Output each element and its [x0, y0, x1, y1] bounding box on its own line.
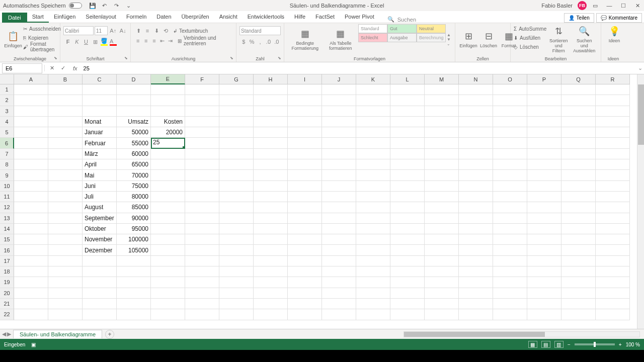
cell-M16[interactable] — [425, 245, 459, 255]
cell-K10[interactable] — [356, 181, 390, 192]
cell-K13[interactable] — [356, 213, 390, 224]
cell-L12[interactable] — [390, 202, 425, 213]
cell-O4[interactable] — [493, 117, 527, 127]
border-button[interactable]: ⊞ — [91, 37, 100, 46]
cell-P9[interactable] — [527, 170, 561, 180]
cell-D13[interactable]: 90000 — [117, 213, 151, 224]
cell-M11[interactable] — [425, 192, 459, 202]
file-tab[interactable]: Datei — [2, 13, 27, 23]
cell-H2[interactable] — [254, 95, 288, 106]
cell-H6[interactable] — [254, 138, 288, 148]
cell-O7[interactable] — [493, 149, 527, 159]
cell-F4[interactable] — [185, 117, 219, 127]
merge-button[interactable]: ⊞ Verbinden und zentrieren — [178, 36, 233, 45]
cell-C21[interactable] — [83, 299, 117, 309]
normal-view-icon[interactable]: ▦ — [528, 341, 537, 348]
cell-N16[interactable] — [459, 245, 493, 255]
cell-G9[interactable] — [219, 170, 254, 180]
cell-D12[interactable]: 85000 — [117, 202, 151, 213]
align-center-icon[interactable]: ≡ — [142, 36, 150, 45]
cell-K19[interactable] — [356, 277, 390, 288]
cell-P19[interactable] — [527, 277, 561, 288]
decrease-decimal-icon[interactable]: .0 — [273, 37, 281, 46]
find-select-button[interactable]: 🔍Suchen und Auswählen — [571, 24, 598, 54]
cell-A7[interactable] — [14, 149, 48, 159]
cell-H17[interactable] — [254, 256, 288, 266]
cell-F12[interactable] — [185, 202, 219, 213]
cell-A8[interactable] — [14, 159, 48, 170]
sheet-nav-next-icon[interactable]: ▶ — [7, 331, 11, 337]
cell-M20[interactable] — [425, 288, 459, 299]
cell-I19[interactable] — [288, 277, 322, 288]
row-header[interactable]: 14 — [0, 224, 14, 234]
cell-I14[interactable] — [288, 224, 322, 234]
cell-A10[interactable] — [14, 181, 48, 192]
cell-B1[interactable] — [48, 84, 83, 95]
cell-L20[interactable] — [390, 288, 425, 299]
row-header[interactable]: 13 — [0, 213, 14, 224]
cell-O16[interactable] — [493, 245, 527, 255]
cell-R5[interactable] — [596, 127, 630, 138]
cell-I5[interactable] — [288, 127, 322, 138]
tab-factset[interactable]: FactSet — [310, 12, 340, 23]
cell-K17[interactable] — [356, 256, 390, 266]
cell-O6[interactable] — [493, 138, 527, 148]
cell-H16[interactable] — [254, 245, 288, 255]
cell-L6[interactable] — [390, 138, 425, 148]
align-left-icon[interactable]: ≡ — [134, 36, 142, 45]
cell-Q2[interactable] — [561, 95, 596, 106]
cell-G20[interactable] — [219, 288, 254, 299]
cell-P3[interactable] — [527, 106, 561, 117]
tab-formeln[interactable]: Formeln — [121, 12, 151, 23]
confirm-edit-icon[interactable]: ✓ — [59, 65, 67, 71]
fx-icon[interactable]: fx — [70, 65, 80, 71]
cell-E10[interactable] — [151, 181, 185, 192]
column-header[interactable]: A — [14, 74, 48, 84]
indent-dec-icon[interactable]: ⇤ — [158, 36, 167, 45]
cell-E19[interactable] — [151, 277, 185, 288]
cell-G5[interactable] — [219, 127, 254, 138]
cell-J19[interactable] — [322, 277, 356, 288]
cell-H1[interactable] — [254, 84, 288, 95]
cell-N2[interactable] — [459, 95, 493, 106]
cell-N5[interactable] — [459, 127, 493, 138]
cell-Q9[interactable] — [561, 170, 596, 180]
cell-C13[interactable]: September — [83, 213, 117, 224]
cell-K8[interactable] — [356, 159, 390, 170]
conditional-formatting-button[interactable]: ▦ Bedingte Formatierung — [287, 24, 323, 54]
cell-H7[interactable] — [254, 149, 288, 159]
cell-M21[interactable] — [425, 299, 459, 309]
cell-I21[interactable] — [288, 299, 322, 309]
cell-R7[interactable] — [596, 149, 630, 159]
row-header[interactable]: 3 — [0, 106, 14, 117]
cell-I1[interactable] — [288, 84, 322, 95]
cell-N4[interactable] — [459, 117, 493, 127]
column-header[interactable]: O — [493, 74, 527, 84]
cell-I13[interactable] — [288, 213, 322, 224]
cell-L5[interactable] — [390, 127, 425, 138]
cell-E18[interactable] — [151, 266, 185, 277]
cell-F1[interactable] — [185, 84, 219, 95]
cell-A14[interactable] — [14, 224, 48, 234]
cell-P1[interactable] — [527, 84, 561, 95]
zoom-in-icon[interactable]: + — [619, 342, 622, 347]
cell-J13[interactable] — [322, 213, 356, 224]
cell-L4[interactable] — [390, 117, 425, 127]
bold-button[interactable]: F — [63, 37, 72, 46]
zoom-level[interactable]: 100 % — [626, 342, 640, 347]
cell-J2[interactable] — [322, 95, 356, 106]
cell-D7[interactable]: 60000 — [117, 149, 151, 159]
cell-H9[interactable] — [254, 170, 288, 180]
tell-me-search[interactable]: 🔍 Suchen — [387, 16, 416, 23]
cell-D22[interactable] — [117, 309, 151, 320]
cell-P8[interactable] — [527, 159, 561, 170]
cell-D1[interactable] — [117, 84, 151, 95]
cell-F20[interactable] — [185, 288, 219, 299]
cell-E11[interactable] — [151, 192, 185, 202]
cell-F10[interactable] — [185, 181, 219, 192]
cell-I10[interactable] — [288, 181, 322, 192]
cell-L17[interactable] — [390, 256, 425, 266]
cell-B20[interactable] — [48, 288, 83, 299]
cell-L22[interactable] — [390, 309, 425, 320]
ideas-button[interactable]: 💡Ideen — [604, 24, 624, 44]
